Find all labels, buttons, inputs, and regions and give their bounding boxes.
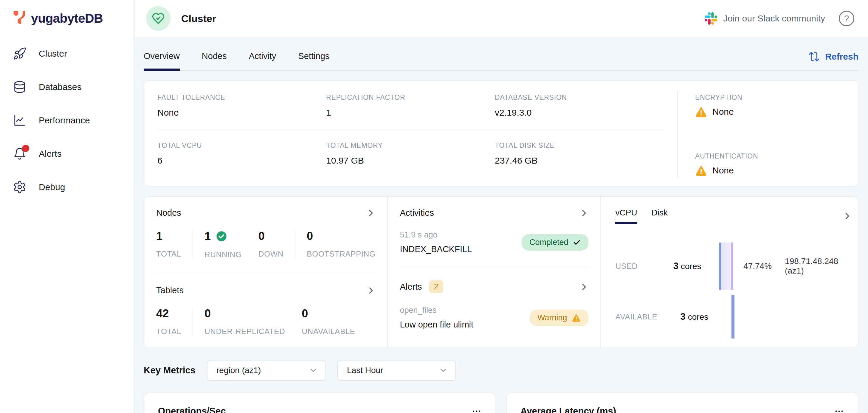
top-header: Cluster Join our Slack community [135, 0, 868, 37]
topbar-actions: Join our Slack community ? [705, 11, 854, 26]
nodes-stats: 1 TOTAL 1 [156, 230, 375, 259]
security-stats: ENCRYPTION None AUTHENTICATION [677, 91, 845, 178]
nodes-tablets-column: Nodes 1 TOTAL 1 [144, 197, 387, 347]
warning-icon [695, 106, 707, 118]
database-icon [12, 80, 27, 94]
refresh-icon [808, 51, 820, 62]
tablets-under-replicated: 0 UNDER-REPLICATED [205, 308, 285, 336]
more-options-icon[interactable] [471, 406, 482, 413]
stat-database-version: DATABASE VERSION v2.19.3.0 [495, 94, 663, 118]
key-metrics-bar: Key Metrics region (az1) Last Hour [144, 360, 859, 381]
chart-title: Operations/Sec [158, 406, 226, 413]
used-node-address: 198.71.48.248 (az1) [785, 257, 851, 276]
cluster-tab-bar: Overview Nodes Activity Settings Refresh [144, 47, 859, 71]
alerts-card-title: Alerts [400, 282, 422, 292]
tab-settings[interactable]: Settings [299, 47, 330, 70]
app-root: yugabyteDB Cluster Databa [0, 0, 868, 413]
region-select[interactable]: region (az1) [207, 360, 326, 381]
tablets-unavailable: 0 UNAVAILABLE [302, 308, 355, 336]
rocket-icon [12, 46, 27, 61]
stat-replication-factor: REPLICATION FACTOR 1 [326, 94, 495, 118]
vcpu-available-row: AVAILABLE 3cores [615, 295, 851, 339]
yugabytedb-logo[interactable]: yugabyteDB [0, 8, 133, 29]
alert-message: Low open file ulimit [400, 320, 473, 329]
nodes-bootstrapping: 0 BOOTSTRAPPING [307, 230, 375, 259]
nodes-card-title: Nodes [156, 208, 181, 218]
cluster-overview-card: Nodes 1 TOTAL 1 [144, 196, 859, 348]
key-metrics-title: Key Metrics [144, 365, 195, 376]
sidebar-item-label: Databases [39, 82, 82, 92]
tab-vcpu[interactable]: vCPU [615, 208, 637, 224]
activity-row: 51.9 s ago INDEX_BACKFILL Completed [400, 230, 588, 254]
resource-tabs: vCPU Disk [615, 208, 668, 224]
vcpu-used-row: USED 3cores 47.74% 198.71.48.248 (az1) [615, 243, 851, 290]
sidebar-item-label: Debug [39, 182, 65, 192]
sidebar-item-cluster[interactable]: Cluster [0, 37, 133, 70]
tablets-card-title: Tablets [156, 285, 184, 295]
check-icon [573, 239, 581, 246]
tab-activity[interactable]: Activity [249, 47, 276, 70]
check-circle-icon [216, 230, 227, 242]
tab-disk[interactable]: Disk [652, 208, 668, 224]
sidebar: yugabyteDB Cluster Databa [0, 0, 135, 413]
used-cores: 3cores [673, 261, 719, 272]
alert-row: open_files Low open file ulimit Warning [400, 306, 588, 329]
tab-overview[interactable]: Overview [144, 47, 180, 70]
tab-nodes[interactable]: Nodes [202, 47, 227, 70]
sidebar-item-performance[interactable]: Performance [0, 104, 133, 137]
alerts-chevron-right-icon[interactable] [580, 283, 588, 291]
page-title: Cluster [181, 13, 216, 25]
stat-encryption: ENCRYPTION None [695, 94, 845, 118]
vcpu-available-bar [732, 295, 735, 339]
slack-icon [705, 12, 717, 25]
activities-alerts-column: Activities 51.9 s ago INDEX_BACKFILL Com… [387, 197, 600, 347]
chevron-down-icon [309, 366, 318, 375]
content-area: Overview Nodes Activity Settings Refresh [135, 37, 868, 413]
average-latency-card: Average Latency (ms) [506, 393, 859, 413]
chevron-down-icon [439, 366, 448, 375]
stat-total-disk-size: TOTAL DISK SIZE 237.46 GB [495, 141, 663, 166]
nodes-chevron-right-icon[interactable] [366, 209, 375, 218]
performance-chart-icon [12, 113, 27, 128]
heart-check-icon [152, 12, 165, 25]
join-slack-label: Join our Slack community [723, 13, 825, 24]
nodes-running: 1 RUNNING [205, 230, 242, 259]
tablets-total: 42 TOTAL [156, 308, 181, 336]
stat-authentication: AUTHENTICATION None [695, 152, 845, 177]
more-options-icon[interactable] [834, 406, 844, 413]
alerts-notification-dot [22, 145, 29, 152]
chart-title: Average Latency (ms) [521, 406, 616, 413]
activity-time: 51.9 s ago [400, 230, 472, 240]
warning-icon [695, 164, 707, 177]
activities-chevron-right-icon[interactable] [580, 209, 588, 218]
gear-icon [12, 180, 27, 194]
yugabytedb-logo-icon [12, 10, 26, 26]
activities-card-title: Activities [400, 208, 434, 218]
join-slack-link[interactable]: Join our Slack community [705, 12, 825, 25]
tablets-stats: 42 TOTAL 0 UNDER-REPLICATED 0 UNAVAILA [156, 308, 375, 336]
sidebar-item-label: Performance [39, 115, 90, 125]
help-icon[interactable]: ? [839, 11, 854, 26]
sidebar-item-debug[interactable]: Debug [0, 170, 133, 204]
summary-stats: FAULT TOLERANCE None REPLICATION FACTOR … [157, 91, 677, 178]
time-range-select[interactable]: Last Hour [337, 360, 456, 381]
activity-status-badge: Completed [522, 234, 589, 251]
metric-charts-row: Operations/Sec Average Latency (ms) [144, 393, 859, 413]
logo-wordmark: yugabyteDB [31, 11, 103, 26]
vcpu-used-bar [719, 243, 733, 290]
resource-chevron-right-icon[interactable] [843, 212, 851, 221]
alerts-count-badge: 2 [429, 280, 443, 293]
activity-name: INDEX_BACKFILL [400, 244, 472, 254]
alert-name: open_files [400, 306, 473, 315]
warning-icon [572, 313, 581, 322]
sidebar-item-databases[interactable]: Databases [0, 70, 133, 104]
sidebar-item-alerts[interactable]: Alerts [0, 137, 133, 170]
operations-per-sec-card: Operations/Sec [144, 393, 496, 413]
refresh-button[interactable]: Refresh [808, 51, 859, 66]
nodes-down: 0 DOWN [258, 230, 283, 259]
sidebar-item-label: Alerts [39, 149, 62, 159]
resource-usage-column: vCPU Disk USED 3cores [600, 197, 863, 347]
stat-total-vcpu: TOTAL VCPU 6 [157, 141, 326, 166]
tablets-chevron-right-icon[interactable] [366, 286, 375, 295]
nodes-total: 1 TOTAL [156, 230, 181, 259]
